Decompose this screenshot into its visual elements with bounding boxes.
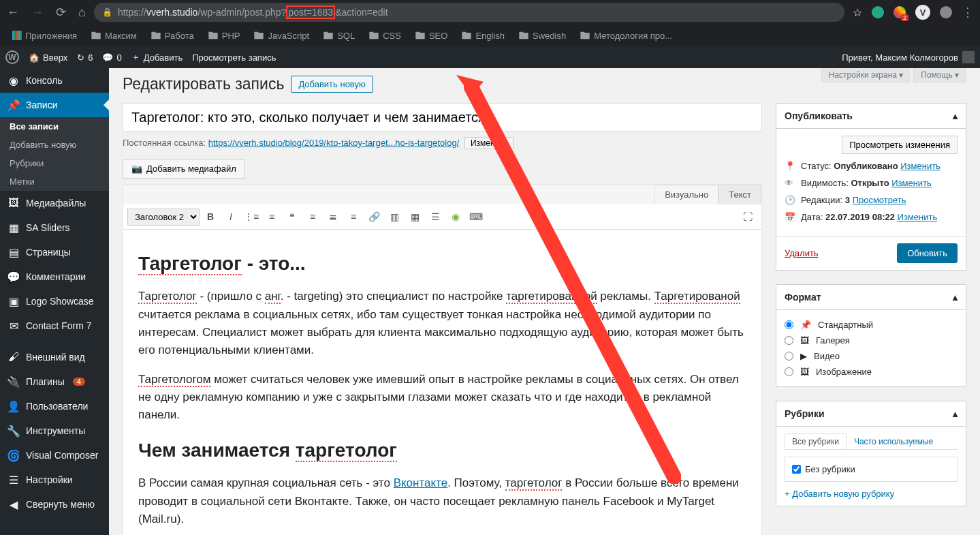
categories-panel-header[interactable]: Рубрики▴ xyxy=(776,401,966,427)
menu-contact-form[interactable]: ✉Contact Form 7 xyxy=(0,314,109,338)
bold-button[interactable]: B xyxy=(201,207,220,226)
chevron-up-icon: ▴ xyxy=(953,408,958,419)
status-edit-link[interactable]: Изменить xyxy=(900,161,941,171)
preview-changes-button[interactable]: Просмотреть изменения xyxy=(842,136,958,154)
categories-tab-all[interactable]: Все рубрики xyxy=(785,433,847,449)
quote-button[interactable]: ❝ xyxy=(283,207,302,226)
date-edit-link[interactable]: Изменить xyxy=(898,212,938,222)
back-button[interactable]: ← xyxy=(7,5,19,20)
editor-body[interactable]: Таргетолог - это... Таргетолог - (пришло… xyxy=(123,230,761,535)
menu-visual-composer[interactable]: 🌀Visual Composer xyxy=(0,443,109,468)
extra-button[interactable]: ◉ xyxy=(446,207,465,226)
collapse-icon: ◀ xyxy=(7,498,20,511)
submenu-categories[interactable]: Рубрики xyxy=(0,154,109,172)
menu-comments[interactable]: 💬Комментарии xyxy=(0,264,109,289)
reload-button[interactable]: ⟳ xyxy=(56,5,66,20)
profile-avatar[interactable]: V xyxy=(915,5,930,20)
extension-icon[interactable] xyxy=(940,6,952,18)
submenu-all-posts[interactable]: Все записи xyxy=(0,117,109,136)
bookmark-folder[interactable]: CSS xyxy=(363,29,407,42)
bookmark-star-icon[interactable]: ☆ xyxy=(853,6,862,19)
menu-sa-sliders[interactable]: ▦SA Sliders xyxy=(0,215,109,240)
user-avatar-icon[interactable] xyxy=(962,51,975,63)
editor-tab-text[interactable]: Текст xyxy=(718,185,761,204)
help-button[interactable]: Помощь ▾ xyxy=(913,68,966,82)
menu-users[interactable]: 👤Пользователи xyxy=(0,394,109,418)
adminbar-view-post[interactable]: Просмотреть запись xyxy=(192,52,276,63)
align-right-button[interactable]: ≡ xyxy=(344,207,363,226)
bookmark-folder[interactable]: Максим xyxy=(85,29,142,42)
wp-logo-icon[interactable]: W xyxy=(5,50,19,64)
post-title-input[interactable] xyxy=(123,103,762,132)
delete-link[interactable]: Удалить xyxy=(785,248,819,258)
bookmark-folder[interactable]: Swedish xyxy=(513,29,571,42)
bookmark-folder[interactable]: SQL xyxy=(317,29,360,42)
menu-collapse[interactable]: ◀Свернуть меню xyxy=(0,492,109,517)
extension-notifier-icon[interactable] xyxy=(894,6,906,18)
category-checkbox[interactable] xyxy=(792,465,801,474)
url-bar[interactable]: 🔒 https://vverh.studio/wp-admin/post.php… xyxy=(94,3,844,22)
home-button[interactable]: ⌂ xyxy=(78,5,86,20)
menu-media[interactable]: 🖼Медиафайлы xyxy=(0,191,109,215)
pin-icon: 📍 xyxy=(785,161,795,171)
format-gallery-radio[interactable] xyxy=(785,336,793,345)
forward-button[interactable]: → xyxy=(31,5,44,20)
add-category-link[interactable]: + Добавить новую рубрику xyxy=(785,489,894,499)
update-button[interactable]: Обновить xyxy=(897,243,958,263)
editor-tab-visual[interactable]: Визуально xyxy=(654,185,718,204)
adminbar-site[interactable]: 🏠Вверх xyxy=(29,52,67,63)
menu-settings[interactable]: ☰Настройки xyxy=(0,468,109,492)
add-media-button[interactable]: 📷Добавить медиафайл xyxy=(123,159,245,179)
table-button[interactable]: ▦ xyxy=(405,207,424,226)
page-title: Редактировать запись xyxy=(123,75,284,93)
publish-panel-header[interactable]: Опубликовать▴ xyxy=(776,104,966,129)
bookmark-folder[interactable]: English xyxy=(456,29,510,42)
align-center-button[interactable]: ≣ xyxy=(323,207,343,226)
menu-dashboard[interactable]: ◉Консоль xyxy=(0,68,109,93)
link-button[interactable]: 🔗 xyxy=(364,207,383,226)
revisions-link[interactable]: Просмотреть xyxy=(853,195,906,205)
adminbar-greeting[interactable]: Привет, Максим Колмогоров xyxy=(842,52,958,63)
number-list-button[interactable]: ≡ xyxy=(262,207,281,226)
bullet-list-button[interactable]: ⋮≡ xyxy=(242,207,261,226)
add-new-button[interactable]: Добавить новую xyxy=(291,76,373,93)
format-panel-header[interactable]: Формат▴ xyxy=(776,285,966,310)
readmore-button[interactable]: ☰ xyxy=(426,207,445,226)
screen-options-button[interactable]: Настройки экрана ▾ xyxy=(821,68,911,82)
permalink-url[interactable]: https://vverh.studio/blog/2019/kto-takoy… xyxy=(208,138,460,148)
menu-posts[interactable]: 📌Записи xyxy=(0,93,109,117)
format-image-radio[interactable] xyxy=(785,367,793,376)
fullscreen-button[interactable]: ⛶ xyxy=(738,207,757,226)
adminbar-comments[interactable]: 💬0 xyxy=(102,52,121,63)
chevron-up-icon: ▴ xyxy=(953,110,958,121)
plus-icon: ＋ xyxy=(131,51,140,63)
adminbar-updates[interactable]: ↻6 xyxy=(77,52,93,63)
toolbar-toggle-button[interactable]: ⌨ xyxy=(467,207,486,226)
menu-plugins[interactable]: 🔌Плагины4 xyxy=(0,369,109,394)
bookmark-folder[interactable]: PHP xyxy=(202,29,246,42)
align-left-button[interactable]: ≡ xyxy=(303,207,322,226)
menu-logo-showcase[interactable]: ▣Logo Showcase xyxy=(0,289,109,314)
menu-tools[interactable]: 🔧Инструменты xyxy=(0,418,109,443)
bookmarks-apps[interactable]: Приложения xyxy=(7,29,82,42)
bookmark-folder[interactable]: Работа xyxy=(145,29,200,42)
submenu-tags[interactable]: Метки xyxy=(0,172,109,191)
extension-icon[interactable] xyxy=(872,6,884,18)
format-video-radio[interactable] xyxy=(785,352,793,361)
format-select[interactable]: Заголовок 2 xyxy=(127,209,200,226)
browser-menu-icon[interactable]: ⋮ xyxy=(962,5,973,20)
visibility-edit-link[interactable]: Изменить xyxy=(891,178,932,188)
permalink-edit-button[interactable]: Изменить xyxy=(464,137,513,149)
adminbar-add[interactable]: ＋Добавить xyxy=(131,51,183,63)
categories-tab-frequent[interactable]: Часто используемые xyxy=(847,433,941,449)
menu-appearance[interactable]: 🖌Внешний вид xyxy=(0,345,109,369)
bookmark-folder[interactable]: Методология про... xyxy=(574,29,678,42)
submenu-add-new[interactable]: Добавить новую xyxy=(0,136,109,154)
italic-button[interactable]: I xyxy=(221,207,240,226)
format-standard-radio[interactable] xyxy=(785,320,793,329)
more-button[interactable]: ▥ xyxy=(385,207,404,226)
permalink-label: Постоянная ссылка: xyxy=(123,138,206,148)
bookmark-folder[interactable]: JavaScript xyxy=(248,29,315,42)
menu-pages[interactable]: ▤Страницы xyxy=(0,240,109,264)
bookmark-folder[interactable]: SEO xyxy=(409,29,453,42)
